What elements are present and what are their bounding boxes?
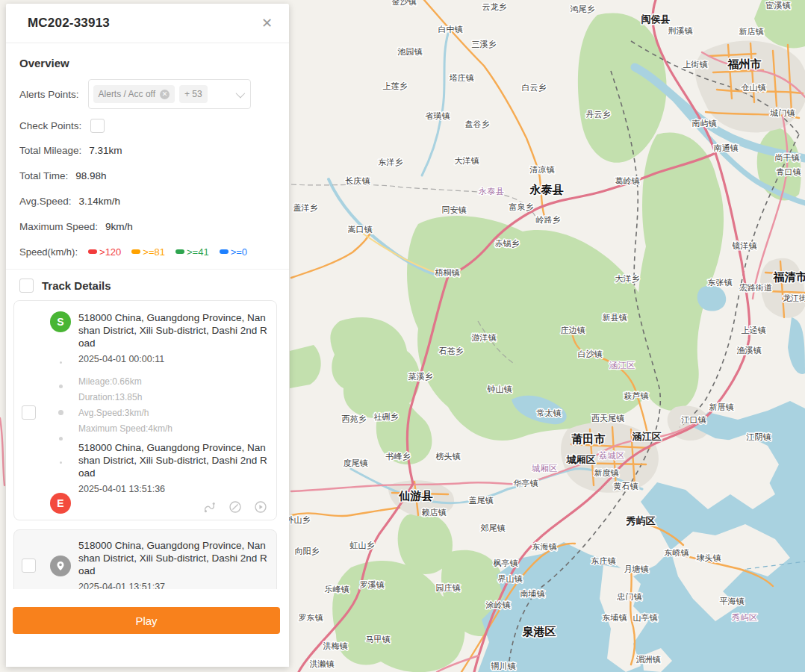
close-icon[interactable]: ✕	[261, 16, 273, 30]
check-points-checkbox[interactable]	[90, 119, 105, 133]
track-segment-card[interactable]: S E 518000 China, Guangdong Province, Na…	[13, 300, 277, 520]
map-label: 南屿镇	[692, 119, 717, 128]
avg-speed-row: Avg.Speed: 3.14km/h	[13, 188, 277, 214]
panel-footer: Play	[6, 589, 289, 667]
map-label: 赤锡乡	[495, 239, 520, 248]
divider	[6, 269, 289, 270]
map-label: 南埔镇	[520, 589, 545, 598]
map-label: 富泉乡	[509, 202, 534, 211]
map-label: 省璜镇	[426, 111, 450, 120]
segment-marker-column: S E	[47, 311, 74, 514]
tag-remove-icon[interactable]: ✕	[160, 90, 170, 99]
map-label: 城门镇	[770, 108, 795, 117]
map-label: 涂岭镇	[485, 600, 511, 609]
map-label: 罗溪镇	[360, 580, 385, 589]
map-label: 永泰县	[529, 183, 564, 196]
map-label: 塔庄镇	[450, 73, 474, 82]
map-label: 福州市	[727, 57, 762, 70]
tracking-panel: MC202-33913 ✕ Overview Alerts Points: Al…	[6, 4, 289, 667]
map-label: 湄洲镇	[636, 655, 661, 664]
map-label: 东埔镇	[603, 613, 627, 622]
map-label: 清凉镇	[529, 165, 555, 174]
map-label: 东洋乡	[379, 158, 403, 167]
map-label: 丹云乡	[586, 110, 611, 119]
segment-actions	[78, 500, 269, 514]
map-label: 金沙镇	[392, 0, 417, 6]
map-label: 龙江街道	[783, 293, 805, 302]
play-circle-icon[interactable]	[254, 500, 267, 514]
stop-checkbox[interactable]	[22, 559, 36, 573]
map-label: 秀屿区	[626, 515, 656, 526]
map-label: 江阴镇	[746, 432, 771, 441]
route-icon[interactable]	[203, 500, 217, 514]
end-marker-icon: E	[50, 493, 71, 514]
alerts-points-select[interactable]: Alerts / Acc off ✕ + 53	[88, 79, 251, 109]
map-label: 埭头镇	[697, 553, 721, 562]
alerts-more-tag[interactable]: + 53	[179, 85, 208, 103]
map-label: 忠门镇	[617, 592, 642, 601]
map-label: 新县镇	[603, 313, 627, 322]
map-label: 新店镇	[739, 27, 764, 36]
legend-orange-text: >=81	[143, 246, 165, 258]
map-label: 新厝镇	[709, 402, 734, 411]
segment-mileage: Mileage:0.66km	[78, 376, 269, 387]
map-label: 洪濑镇	[310, 659, 335, 668]
max-speed-value: 9km/h	[105, 221, 133, 232]
legend-blue-text: >=0	[231, 246, 247, 258]
map-label: 石苍乡	[439, 346, 464, 355]
track-stop-card[interactable]: 518000 China, Guangdong Province, Nansha…	[13, 529, 277, 589]
map-label: 庄边镇	[561, 326, 585, 335]
map-label: 江口镇	[681, 415, 706, 424]
map-label: 钟山镇	[487, 385, 512, 393]
map-label: 赖店镇	[422, 508, 447, 517]
map-label: 西苑乡	[342, 414, 367, 423]
total-mileage-label: Total Mileage:	[19, 145, 81, 156]
map-label: 白沙镇	[578, 349, 603, 358]
compass-icon[interactable]	[229, 500, 242, 514]
map-label: 鸿尾乡	[571, 4, 595, 13]
blue-pill-icon	[220, 249, 229, 254]
total-time-row: Total Time: 98.98h	[13, 163, 277, 188]
track-details-checkbox[interactable]	[19, 279, 34, 293]
map-label: 镜洋镇	[732, 241, 757, 250]
track-details-header: Track Details	[13, 279, 277, 293]
segment-checkbox[interactable]	[22, 405, 36, 420]
play-button[interactable]: Play	[13, 607, 280, 634]
map-label: 上莲乡	[383, 81, 408, 90]
map-label: 涵江区	[632, 431, 662, 442]
map-label: 大洋镇	[455, 156, 479, 165]
stop-address: 518000 China, Guangdong Province, Nansha…	[78, 539, 269, 577]
map-label: 秀屿区	[732, 613, 758, 622]
device-title: MC202-33913	[28, 16, 110, 31]
stop-marker-column	[47, 556, 74, 576]
map-label: 游洋镇	[472, 333, 497, 342]
map-label: 嵩口镇	[348, 225, 373, 234]
track-list[interactable]: S E 518000 China, Guangdong Province, Na…	[6, 300, 289, 589]
legend-speed-red: >120	[88, 246, 121, 258]
map-label: 青口镇	[777, 167, 801, 176]
map-label: 城厢区	[532, 464, 558, 473]
map-label: 白中镇	[438, 25, 463, 34]
map-label: 平海镇	[720, 597, 745, 606]
chevron-down-icon	[235, 88, 245, 98]
map-label: 涵江区	[609, 361, 635, 370]
map-label: 郊尾镇	[481, 523, 506, 532]
map-label: 西天尾镇	[591, 414, 624, 423]
check-points-row: Check Points:	[13, 119, 277, 133]
map-label: 月塘镇	[624, 564, 649, 573]
end-time: 2025-04-01 13:51:36	[78, 484, 269, 494]
max-speed-row: Maximum Speed: 9km/h	[13, 214, 277, 239]
map-label: 度尾镇	[344, 458, 368, 467]
end-address: 518000 China, Guangdong Province, Nansha…	[78, 441, 269, 479]
map-label: 东张镇	[708, 278, 733, 287]
map-label: 荔城区	[599, 451, 625, 460]
map-label: 闽侯县	[641, 13, 671, 25]
alerts-tag[interactable]: Alerts / Acc off ✕	[93, 85, 175, 103]
map-label: 洪梅镇	[323, 641, 348, 650]
alerts-tag-label: Alerts / Acc off	[99, 89, 155, 99]
map-label: 南通镇	[714, 143, 739, 152]
segment-stats: Mileage:0.66km Duration:13.85h Avg.Speed…	[78, 376, 269, 434]
map-label: 辋川镇	[491, 662, 516, 671]
dotted-connector	[58, 332, 63, 493]
total-mileage-row: Total Mileage: 7.31km	[13, 137, 277, 163]
